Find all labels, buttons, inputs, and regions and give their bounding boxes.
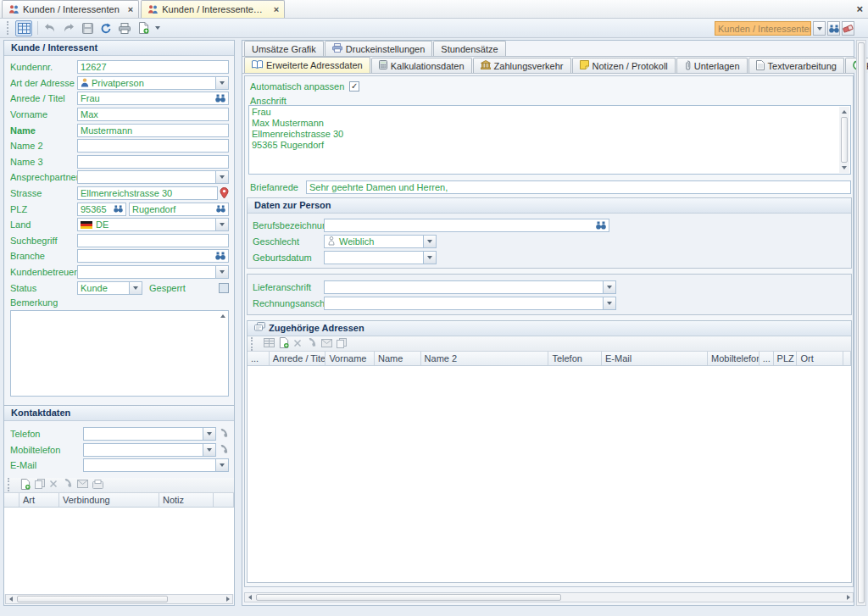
col-vorname[interactable]: Vorname: [326, 352, 375, 365]
contact-col-indicator[interactable]: [4, 493, 19, 507]
kundennr-input[interactable]: [77, 60, 229, 74]
gesperrt-checkbox[interactable]: [219, 283, 229, 293]
tab-close-icon[interactable]: ×: [274, 4, 279, 14]
geschlecht-select[interactable]: Weiblich: [324, 235, 424, 248]
scrollbar-thumb[interactable]: [256, 594, 561, 601]
suchbegriff-input[interactable]: [77, 234, 229, 247]
call-address-button[interactable]: [306, 338, 317, 350]
mobiltelefon-dropdown[interactable]: [203, 443, 216, 457]
binoculars-icon[interactable]: [596, 221, 606, 230]
col-more-right[interactable]: ...: [760, 352, 774, 365]
window-close-icon[interactable]: ×: [856, 3, 863, 15]
branche-input[interactable]: [77, 249, 229, 263]
search-input[interactable]: Kunden / Interessenten s...: [715, 21, 811, 36]
status-select[interactable]: Kunde: [77, 281, 130, 295]
scroll-up-icon[interactable]: [840, 108, 849, 116]
contact-col-art[interactable]: Art: [19, 493, 59, 507]
mail-address-button[interactable]: [321, 339, 332, 349]
tab-unterlagen[interactable]: Unterlagen: [676, 58, 748, 73]
scroll-down-icon[interactable]: [840, 164, 849, 172]
tab-textverarbeitung[interactable]: Textverarbeitung: [748, 58, 844, 73]
grid-button[interactable]: [264, 338, 275, 349]
land-select[interactable]: DE: [77, 218, 216, 231]
phone-icon[interactable]: [218, 429, 229, 439]
tab-close-icon[interactable]: ×: [128, 4, 133, 14]
search-dropdown[interactable]: [813, 21, 826, 36]
lieferanschrift-select[interactable]: [324, 280, 604, 294]
scroll-left-icon[interactable]: [6, 595, 15, 603]
beruf-input[interactable]: [324, 219, 609, 232]
scroll-left-icon[interactable]: [245, 593, 254, 602]
phone-icon[interactable]: [218, 445, 229, 455]
add-address-button[interactable]: [279, 337, 289, 350]
print-button[interactable]: [116, 20, 133, 36]
land-dropdown[interactable]: [216, 218, 229, 231]
scroll-up-icon[interactable]: [218, 312, 227, 320]
ansprechpartner-dropdown[interactable]: [216, 170, 229, 184]
rechnungsanschrift-dropdown[interactable]: [604, 297, 616, 310]
art-der-adresse-select[interactable]: Privatperson: [77, 76, 216, 90]
contact-col-verbindung[interactable]: Verbindung: [59, 493, 159, 507]
add-contact-button[interactable]: [20, 479, 31, 491]
anschrift-vscrollbar[interactable]: [839, 107, 849, 173]
geschlecht-dropdown[interactable]: [424, 235, 437, 248]
col-ort[interactable]: Ort: [797, 352, 843, 365]
contact-col-notiz[interactable]: Notiz: [159, 493, 214, 507]
detail-hscrollbar[interactable]: [244, 592, 854, 602]
kundenbetreuer-dropdown[interactable]: [216, 265, 229, 279]
col-name[interactable]: Name: [375, 352, 421, 365]
mail-contact-button[interactable]: [77, 480, 88, 490]
telefon-dropdown[interactable]: [203, 427, 216, 441]
copy-contact-button[interactable]: [35, 479, 45, 491]
map-pin-icon[interactable]: [220, 187, 229, 199]
fax-contact-button[interactable]: [92, 480, 103, 491]
scrollbar-thumb[interactable]: [858, 42, 865, 603]
tab-erweiterte-adressdaten[interactable]: Erweiterte Adressdaten: [244, 57, 370, 73]
grid-view-button[interactable]: [15, 20, 32, 36]
doc-tab-kunde-detail[interactable]: Kunden / Interessenten: 126... ×: [141, 0, 285, 18]
scrollbar-thumb[interactable]: [17, 596, 168, 602]
rechnungsanschrift-select[interactable]: [324, 297, 604, 310]
anschrift-textarea[interactable]: Frau Max Mustermann Ellmenreichstrasse 3…: [248, 105, 851, 175]
col-anrede-titel[interactable]: Anrede / Titel: [270, 352, 326, 365]
vorname-input[interactable]: [77, 108, 229, 121]
tab-umsaetze-grafik[interactable]: Umsätze Grafik: [244, 41, 324, 56]
scroll-right-icon[interactable]: [223, 595, 232, 603]
tab-kalkulationsdaten[interactable]: Kalkulationsdaten: [371, 58, 472, 73]
kundenbetreuer-select[interactable]: [77, 265, 216, 279]
related-addresses-table-body[interactable]: [248, 366, 851, 582]
detail-vscrollbar[interactable]: [856, 40, 866, 606]
tab-stundensaetze[interactable]: Stundensätze: [433, 41, 505, 56]
tab-zahlungsverkehr[interactable]: Zahlungsverkehr: [473, 58, 571, 73]
art-der-adresse-dropdown[interactable]: [216, 76, 229, 90]
clear-search-button[interactable]: [842, 21, 854, 36]
name3-input[interactable]: [77, 155, 229, 169]
col-mobiltelefon[interactable]: Mobiltelefon: [708, 352, 760, 365]
email-dropdown[interactable]: [216, 458, 229, 472]
contact-table-body[interactable]: [4, 508, 234, 594]
email-select[interactable]: [83, 458, 216, 472]
col-email[interactable]: E-Mail: [602, 352, 708, 365]
save-button[interactable]: [79, 20, 96, 36]
binoculars-icon[interactable]: [215, 94, 225, 103]
col-name2[interactable]: Name 2: [421, 352, 549, 365]
tab-druckeinstellungen[interactable]: Druckeinstellungen: [325, 41, 433, 56]
status-dropdown[interactable]: [130, 281, 142, 295]
search-binoculars-button[interactable]: [827, 21, 840, 36]
binoculars-icon[interactable]: [215, 252, 225, 260]
name-input[interactable]: [77, 124, 229, 137]
plz-input[interactable]: 95365: [77, 203, 126, 216]
telefon-select[interactable]: [83, 427, 203, 441]
new-document-button[interactable]: [135, 20, 152, 36]
geburtsdatum-dropdown[interactable]: [424, 251, 437, 264]
col-more-left[interactable]: ...: [248, 352, 270, 365]
bemerkung-textarea[interactable]: [10, 310, 229, 397]
contact-hscrollbar[interactable]: [5, 594, 233, 604]
geburtsdatum-input[interactable]: [324, 251, 424, 264]
copy-address-button[interactable]: [337, 338, 347, 350]
ort-input[interactable]: Rugendorf: [129, 203, 229, 216]
strasse-input[interactable]: [77, 186, 218, 200]
binoculars-icon[interactable]: [114, 205, 123, 213]
mobiltelefon-select[interactable]: [83, 443, 203, 457]
col-telefon[interactable]: Telefon: [548, 352, 602, 365]
